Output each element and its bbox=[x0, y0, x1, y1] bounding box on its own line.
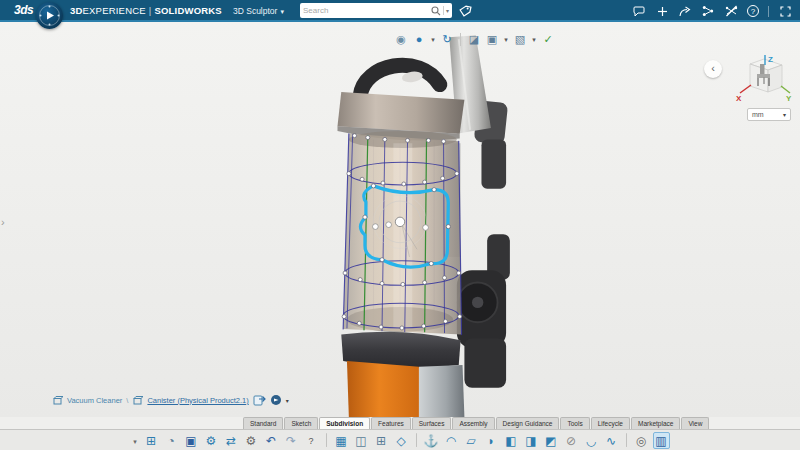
powercopy-icon[interactable]: ◇ bbox=[393, 432, 410, 449]
tab-standard[interactable]: Standard bbox=[243, 417, 283, 429]
bend-surface-icon[interactable]: ◡ bbox=[583, 432, 600, 449]
app-name: 3D Sculptor bbox=[233, 6, 277, 16]
tab-tools[interactable]: Tools bbox=[560, 417, 589, 429]
shaded-render-icon[interactable]: ◉ bbox=[393, 32, 409, 47]
tag-icon[interactable] bbox=[459, 4, 472, 22]
share-status-icon[interactable] bbox=[253, 394, 266, 406]
fill-surface-icon[interactable]: ◗ bbox=[483, 432, 500, 449]
section-view-icon[interactable]: ◪ bbox=[466, 32, 482, 47]
tab-view[interactable]: View bbox=[681, 417, 709, 429]
collab-compass-icon[interactable] bbox=[270, 394, 282, 406]
database-icon[interactable]: ◫ bbox=[353, 432, 370, 449]
wheel-assembly[interactable] bbox=[457, 234, 510, 387]
units-value: mm bbox=[752, 111, 764, 118]
tab-assembly[interactable]: Assembly bbox=[452, 417, 494, 429]
help-icon[interactable]: ? bbox=[747, 5, 759, 17]
tab-subdivision[interactable]: Subdivision bbox=[319, 417, 370, 429]
search-icon[interactable] bbox=[431, 2, 441, 20]
disable-icon[interactable]: ⊘ bbox=[563, 432, 580, 449]
chevron-down-icon: ▾ bbox=[280, 8, 284, 15]
bom-table-icon[interactable]: ▦ bbox=[333, 432, 350, 449]
tab-marketplace[interactable]: Marketplace bbox=[631, 417, 680, 429]
extrude-surface-icon[interactable]: ◧ bbox=[503, 432, 520, 449]
validate-icon[interactable]: ✓ bbox=[540, 32, 556, 47]
new-design-icon[interactable]: ⊞ bbox=[143, 432, 160, 449]
chat-icon[interactable] bbox=[632, 4, 646, 18]
drone-off-icon[interactable] bbox=[724, 4, 738, 18]
save-icon[interactable]: ▣ bbox=[183, 432, 200, 449]
ribbon-tab-bar: StandardSketchSubdivisionFeaturesSurface… bbox=[0, 417, 800, 429]
import-export-icon[interactable]: ⇄ bbox=[223, 432, 240, 449]
3dexperience-compass[interactable] bbox=[36, 2, 63, 29]
compass-play-icon bbox=[47, 12, 54, 20]
app-switcher[interactable]: 3D Sculptor▾ bbox=[233, 6, 284, 16]
search-input[interactable] bbox=[303, 6, 431, 15]
action-bar: ▾⊞◔▣⚙⇄⚙↶↷?▦◫⊞◇⚓◠▱◗◧◨◩⊘◡∿◎▥ bbox=[0, 429, 800, 450]
tab-surfaces[interactable]: Surfaces bbox=[412, 417, 452, 429]
add-icon[interactable] bbox=[655, 4, 669, 18]
tab-sketch[interactable]: Sketch bbox=[284, 417, 318, 429]
loft-surface-icon[interactable]: ◠ bbox=[443, 432, 460, 449]
brand-3d: 3D bbox=[70, 5, 83, 16]
brand-title: 3DEXPERIENCE|SOLIDWORKS bbox=[70, 5, 222, 16]
help-icon[interactable]: ? bbox=[303, 432, 320, 449]
y-axis-label: Y bbox=[786, 94, 792, 103]
3ds-logo[interactable]: 3ds bbox=[14, 3, 33, 17]
search-divider bbox=[443, 6, 444, 15]
edit-in-context-icon[interactable]: ▣ bbox=[484, 32, 500, 47]
product-cube-icon bbox=[132, 395, 143, 406]
network-icon[interactable] bbox=[701, 4, 715, 18]
carry-handle[interactable] bbox=[360, 65, 440, 96]
3d-viewport[interactable]: ◉●▾↻◪▣▾▧▾✓ › ‹ X Y bbox=[0, 22, 800, 417]
sync-options-icon[interactable]: ⚙ bbox=[203, 432, 220, 449]
share-icon[interactable] bbox=[678, 4, 692, 18]
panel-collapse-button[interactable]: ‹ bbox=[704, 60, 722, 78]
redo-icon[interactable]: ↷ bbox=[283, 432, 300, 449]
view-triad[interactable]: X Y Z bbox=[735, 55, 793, 113]
chevron-down-icon: ▾ bbox=[783, 111, 786, 118]
twist-surface-icon[interactable]: ∿ bbox=[603, 432, 620, 449]
session-history-icon[interactable]: ◔ bbox=[163, 432, 180, 449]
breadcrumb-root[interactable]: Vacuum Cleaner bbox=[67, 396, 122, 405]
panel-expand-handle[interactable]: › bbox=[1, 216, 5, 228]
top-right-icons: ? bbox=[632, 0, 792, 22]
context-caret[interactable]: ▾ bbox=[502, 32, 510, 47]
toolbar-overflow-chevron[interactable]: ▾ bbox=[131, 432, 140, 449]
brand-experience: EXPERIENCE bbox=[83, 5, 146, 16]
tab-design-guidance[interactable]: Design Guidance bbox=[496, 417, 560, 429]
planar-surface-icon[interactable]: ▱ bbox=[463, 432, 480, 449]
tab-lifecycle[interactable]: Lifecycle bbox=[591, 417, 630, 429]
top-bar: 3ds 3DEXPERIENCE|SOLIDWORKS 3D Sculptor▾… bbox=[0, 0, 800, 22]
help-glyph: ? bbox=[751, 6, 755, 17]
undo-icon[interactable]: ↶ bbox=[263, 432, 280, 449]
units-dropdown[interactable]: mm ▾ bbox=[747, 108, 791, 121]
sweep-surface-icon[interactable]: ◨ bbox=[523, 432, 540, 449]
breadcrumb: Vacuum Cleaner \ Canister (Physical Prod… bbox=[52, 393, 289, 407]
model-canvas[interactable] bbox=[0, 22, 800, 417]
silver-body[interactable] bbox=[419, 365, 464, 417]
model-update-icon[interactable]: ↻ bbox=[439, 32, 455, 47]
breadcrumb-active-node[interactable]: Canister (Physical Product2.1) bbox=[147, 396, 248, 405]
primitive-icon[interactable]: ◎ bbox=[633, 432, 650, 449]
x-axis-label: X bbox=[736, 94, 742, 103]
product-cube-icon bbox=[52, 395, 63, 406]
edit-cage-icon[interactable]: ▥ bbox=[653, 432, 670, 449]
orange-body[interactable] bbox=[347, 361, 419, 417]
view-mode-icon[interactable]: ▧ bbox=[512, 32, 528, 47]
settings-gear-icon[interactable]: ⚙ bbox=[243, 432, 260, 449]
topbar-divider bbox=[768, 6, 769, 17]
tab-features[interactable]: Features bbox=[371, 417, 411, 429]
fullscreen-icon[interactable] bbox=[778, 4, 792, 18]
breadcrumb-caret-icon[interactable]: ▾ bbox=[286, 397, 289, 404]
display-style-icon[interactable]: ● bbox=[411, 32, 427, 47]
thicken-icon[interactable]: ◩ bbox=[543, 432, 560, 449]
anchor-point-icon[interactable]: ⚓ bbox=[423, 432, 440, 449]
search-scope-chevron-icon[interactable]: ▾ bbox=[446, 7, 449, 14]
viewport-toolbar: ◉●▾↻◪▣▾▧▾✓ bbox=[393, 32, 556, 47]
view-mode-caret[interactable]: ▾ bbox=[530, 32, 538, 47]
display-style-caret[interactable]: ▾ bbox=[429, 32, 437, 47]
grid-view-icon[interactable]: ⊞ bbox=[373, 432, 390, 449]
brand-divider: | bbox=[149, 5, 152, 16]
breadcrumb-separator: \ bbox=[126, 396, 128, 405]
canister-base[interactable] bbox=[341, 332, 464, 417]
